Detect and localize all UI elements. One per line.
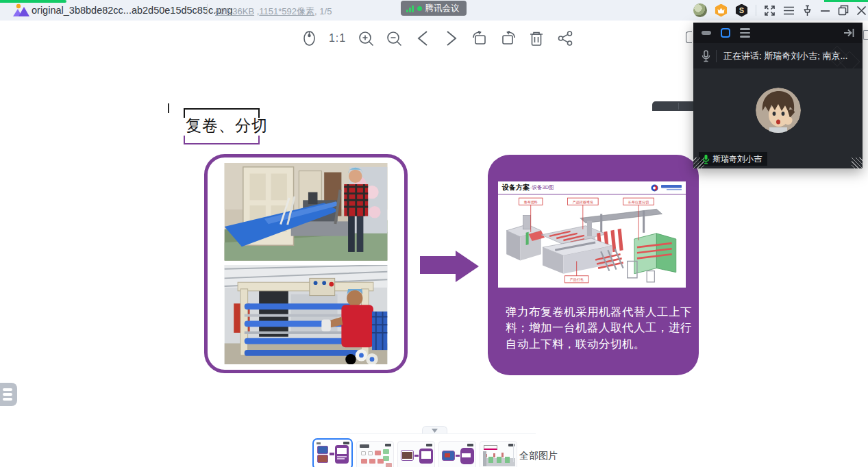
screen: original_3b8bde82cc...ab2d50e15d5c85c.pn… [0,0,868,467]
diagram-header-sub: -设备3D图 [530,184,554,191]
meeting-minimize-icon[interactable] [702,31,711,35]
zoom-out-icon[interactable] [386,29,404,47]
svg-text:长布位置分切: 长布位置分切 [628,200,649,205]
filmstrip [312,438,517,467]
svg-text:产品转移堆垛: 产品转移堆垛 [573,200,593,205]
meeting-window[interactable]: 正在讲话: 斯瑞奇刘小吉; 南京... [693,23,863,168]
diagram-header: 设备方案 -设备3D图 [498,181,686,194]
page-chip [385,444,391,446]
divider [716,50,717,62]
page-indicator: , 1/5 [314,6,332,16]
mic-icon[interactable] [702,50,710,62]
next-image-icon[interactable] [443,29,460,47]
title-bracket-bottom [184,136,260,144]
zoom-in-icon[interactable] [357,29,375,47]
menu-icon[interactable] [783,6,795,15]
previous-image-icon[interactable] [414,29,432,47]
rotate-right-icon[interactable] [499,29,517,47]
meeting-collapse-icon[interactable] [843,28,854,38]
meeting-video-tile[interactable]: 斯瑞奇刘小吉 [693,68,863,168]
partial-icon-fragment [863,30,868,40]
fullscreen-icon[interactable] [764,5,776,16]
meeting-pill-label: 腾讯会议 [425,3,460,14]
crown-icon [717,8,725,14]
company-logo-icon [651,184,682,192]
page-chip [426,444,432,446]
user-avatar[interactable] [693,3,707,17]
filmstrip-border [341,433,536,434]
factory-photo-2 [222,265,390,364]
file-info[interactable]: 426.36KB ,1151*592像素, 1/5 [215,5,332,18]
resize-grip[interactable] [852,157,863,168]
participant-name: 斯瑞奇刘小吉 [712,153,762,165]
app-logo-icon [12,3,30,17]
svg-text:产品打包: 产品打包 [570,277,584,282]
signal-bars-icon [406,5,414,12]
meeting-titlebar [693,23,863,43]
participant-name-chip: 斯瑞奇刘小吉 [699,152,767,166]
screen-share-border-right [824,0,868,2]
thumbnail-2[interactable] [356,441,394,467]
displayed-image: 复卷、分切 [168,103,704,381]
drag-tool-icon[interactable] [300,29,318,47]
photo-panel [204,154,408,373]
svip-badge[interactable]: S [735,4,748,17]
thumbnail-4[interactable] [438,441,476,467]
pin-icon[interactable] [802,5,813,16]
participant-avatar [756,88,801,133]
minimize-icon[interactable] [820,5,830,16]
divider [207,4,208,15]
window-controls: S [693,3,867,18]
arrow-icon [420,256,457,274]
crop-mark [168,103,169,113]
vip-crown-badge[interactable] [715,4,728,17]
page-chip [467,444,473,446]
meeting-layout-icon[interactable] [721,28,730,38]
screen-share-border-left [0,0,66,3]
floating-overlay-toolbar[interactable] [652,101,693,111]
partial-toolbar-icon[interactable] [686,31,692,43]
page-chip [343,442,349,444]
rotate-left-icon[interactable] [471,29,488,47]
solution-description: 弹力布复卷机采用机器代替人工上下料；增加一台机器人取代人工，进行自动上下料，联动… [506,304,692,352]
title-chip [360,444,369,448]
viewer-toolbar: 1:1 [300,28,574,49]
arrow-head-icon [456,251,479,282]
svg-text:卷布摆料: 卷布摆料 [524,200,538,204]
solution-box: 设备方案 -设备3D图 [488,155,699,375]
meeting-status-pill[interactable]: 腾讯会议 [401,1,467,16]
equipment-diagram-card: 设备方案 -设备3D图 [498,179,686,288]
meeting-list-icon[interactable] [740,28,750,37]
diagram-header-bold: 设备方案 [502,183,530,192]
thumbnail-5[interactable] [480,441,517,467]
image-filename: original_3b8bde82cc...ab2d50e15d5c85c.pn… [32,5,232,16]
share-icon[interactable] [556,29,574,47]
meeting-speaking-bar: 正在讲话: 斯瑞奇刘小吉; 南京... [693,43,863,68]
file-size[interactable]: 426.36KB [215,6,254,16]
chevron-down-icon [432,429,438,433]
slide-title: 复卷、分切 [186,115,268,136]
divider [513,444,514,462]
divider [756,5,756,16]
resize-grip[interactable] [693,157,704,168]
thumbnail-3[interactable] [397,441,435,467]
factory-photo-1 [222,163,390,261]
close-icon[interactable] [856,5,867,16]
restore-icon[interactable] [838,5,849,16]
equipment-3d-diagram: 卷布摆料 产品转移堆垛 长布位置分切 产品打包 [498,194,686,285]
delete-icon[interactable] [528,29,545,47]
all-images-button[interactable]: 全部图片 [519,450,558,462]
live-dot-icon [417,6,422,11]
image-dimensions[interactable]: 1151*592像素 [259,6,314,16]
sidebar-toggle-tab[interactable] [0,383,17,406]
actual-size-button[interactable]: 1:1 [329,29,347,47]
thumbnail-1-selected[interactable] [312,438,353,467]
